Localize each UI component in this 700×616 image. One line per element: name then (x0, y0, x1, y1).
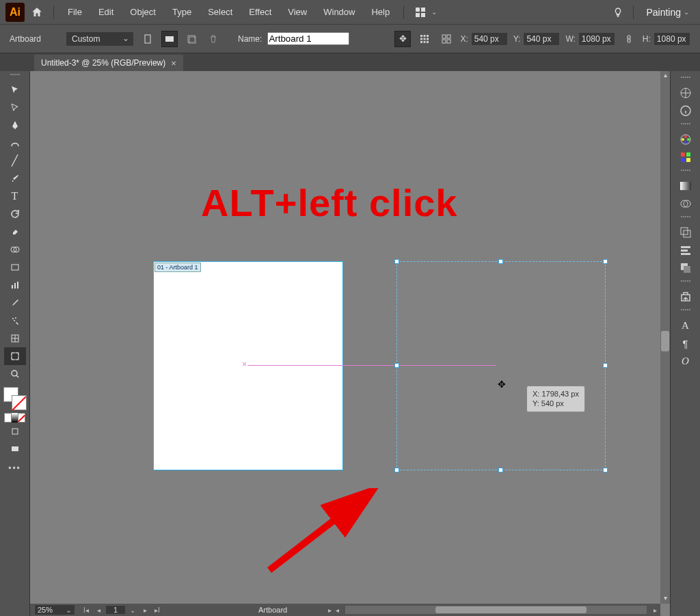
gradient-panel-icon[interactable] (675, 178, 696, 194)
artboard-status-label: Artboard (258, 606, 287, 614)
orientation-portrait-icon[interactable] (139, 31, 156, 47)
paragraph-panel-icon[interactable]: ¶ (675, 335, 696, 351)
new-artboard-icon[interactable] (183, 31, 200, 47)
home-icon[interactable] (27, 3, 46, 22)
svg-rect-50 (681, 228, 688, 235)
line-segment-tool-icon[interactable]: ╱ (4, 152, 26, 170)
type-tool-icon[interactable]: T (4, 187, 26, 205)
swatches-panel-icon[interactable] (675, 149, 696, 165)
artboard-preset-dropdown[interactable]: Custom (66, 31, 134, 46)
svg-rect-53 (681, 250, 688, 252)
menu-effect[interactable]: Effect (242, 4, 278, 20)
zoom-dropdown[interactable]: 25% (34, 604, 75, 615)
stroke-swatch[interactable] (12, 395, 27, 410)
scroll-thumb[interactable] (661, 331, 669, 351)
screen-mode-icon[interactable] (4, 440, 26, 458)
pathfinder-panel-icon[interactable] (675, 260, 696, 276)
character-panel-icon[interactable]: A (675, 317, 696, 334)
scroll-left-icon[interactable]: ◂ (332, 605, 342, 615)
rotate-tool-icon[interactable] (4, 205, 26, 223)
svg-point-28 (15, 317, 16, 319)
svg-rect-26 (17, 282, 18, 289)
svg-rect-19 (442, 40, 446, 43)
artboard-options-icon[interactable] (438, 31, 455, 47)
symbol-sprayer-tool-icon[interactable] (4, 312, 26, 330)
column-graph-tool-icon[interactable] (4, 276, 26, 294)
svg-rect-14 (420, 41, 422, 43)
draw-mode-icon[interactable] (4, 423, 26, 440)
menu-object[interactable]: Object (123, 4, 163, 20)
w-input[interactable] (578, 32, 615, 46)
artboard-tool-icon[interactable] (4, 347, 26, 365)
menubar: Ai File Edit Object Type Select Effect V… (0, 0, 700, 25)
eraser-tool-icon[interactable] (4, 223, 26, 241)
workspace-switcher[interactable]: Painting ⌄ (641, 4, 695, 21)
color-guide-panel-icon[interactable] (675, 85, 696, 101)
color-mode-icons[interactable] (4, 413, 26, 423)
shape-builder-tool-icon[interactable] (4, 241, 26, 258)
menu-file[interactable]: File (61, 4, 89, 20)
last-artboard-icon[interactable]: ▸I (152, 605, 163, 615)
svg-rect-24 (12, 285, 13, 289)
x-input[interactable] (471, 32, 508, 46)
menu-view[interactable]: View (281, 4, 314, 20)
reference-point-icon[interactable] (416, 31, 433, 47)
scroll-down-icon[interactable]: ▾ (660, 594, 670, 604)
next-artboard-icon[interactable]: ▸ (139, 605, 150, 615)
menu-select[interactable]: Select (201, 4, 239, 20)
libraries-panel-icon[interactable] (675, 289, 696, 305)
svg-rect-33 (12, 429, 18, 434)
svg-rect-12 (424, 38, 426, 40)
constrain-proportions-icon[interactable] (621, 31, 637, 47)
artboard-1[interactable]: 01 - Artboard 1 (153, 261, 343, 470)
scroll-thumb[interactable] (435, 606, 586, 613)
menu-help[interactable]: Help (364, 4, 396, 20)
w-label: W: (565, 34, 575, 44)
rectangle-tool-icon[interactable] (4, 258, 26, 276)
transparency-panel-icon[interactable] (675, 196, 696, 212)
horizontal-scrollbar[interactable] (345, 606, 647, 614)
direct-selection-tool-icon[interactable] (4, 98, 26, 116)
selection-tool-icon[interactable] (4, 81, 26, 98)
align-panel-icon[interactable] (675, 242, 696, 258)
scroll-right-icon[interactable]: ▸ (649, 605, 660, 615)
menu-edit[interactable]: Edit (92, 4, 120, 20)
prev-artboard-icon[interactable]: ◂ (93, 605, 104, 615)
close-icon[interactable]: × (171, 58, 176, 68)
svg-rect-20 (447, 40, 450, 43)
color-panel-icon[interactable] (675, 131, 696, 148)
canvas[interactable]: 01 - Artboard 1 ✥ X: 1798,43 px Y: 540 p… (30, 71, 670, 616)
slice-tool-icon[interactable] (4, 330, 26, 347)
y-input[interactable] (523, 32, 560, 46)
transform-panel-icon[interactable] (675, 224, 696, 241)
zoom-tool-icon[interactable] (4, 365, 26, 383)
paintbrush-tool-icon[interactable] (4, 170, 26, 187)
pen-tool-icon[interactable] (4, 116, 26, 134)
workspace-label: Painting (646, 7, 681, 18)
h-input[interactable] (654, 32, 690, 46)
move-artwork-with-artboard-icon[interactable]: ✥ (394, 31, 411, 47)
opentype-panel-icon[interactable]: O (675, 353, 696, 369)
search-help-icon[interactable] (610, 4, 626, 21)
scroll-up-icon[interactable]: ▴ (660, 71, 670, 81)
orientation-landscape-icon[interactable] (161, 31, 178, 47)
first-artboard-icon[interactable]: I◂ (81, 605, 92, 615)
eyedropper-tool-icon[interactable] (4, 294, 26, 312)
curvature-tool-icon[interactable] (4, 134, 26, 152)
svg-rect-15 (424, 41, 426, 43)
fill-stroke-swatches[interactable] (3, 387, 27, 410)
menu-window[interactable]: Window (317, 4, 362, 20)
delete-artboard-icon[interactable] (205, 31, 221, 47)
info-panel-icon[interactable] (675, 103, 696, 119)
document-tab[interactable]: Untitled-3* @ 25% (RGB/Preview) × (34, 55, 183, 71)
artboard-index-chevron-icon[interactable]: ⌄ (127, 605, 138, 615)
svg-rect-25 (14, 283, 16, 289)
artboard-name-input[interactable] (267, 32, 349, 45)
artboard-index-input[interactable] (105, 605, 126, 615)
move-cursor-icon: ✥ (498, 379, 506, 390)
svg-point-32 (12, 371, 17, 376)
vertical-scrollbar[interactable]: ▴ ▾ (660, 71, 670, 604)
menu-type[interactable]: Type (165, 4, 198, 20)
edit-toolbar-icon[interactable]: ••• (8, 464, 21, 473)
arrange-documents-icon[interactable] (411, 3, 430, 22)
